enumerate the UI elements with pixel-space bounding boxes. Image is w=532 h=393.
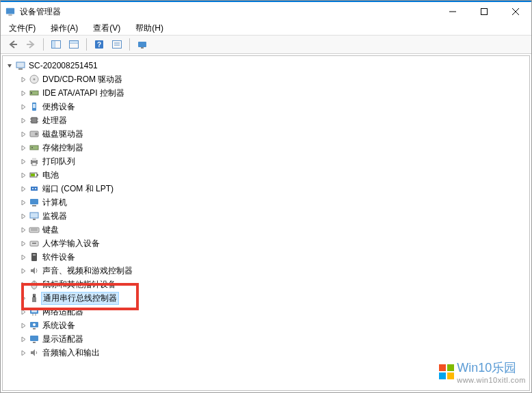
menu-bar: 文件(F) 操作(A) 查看(V) 帮助(H)	[1, 21, 531, 35]
expander-icon[interactable]	[19, 75, 27, 83]
scan-hardware-button[interactable]	[134, 36, 150, 53]
expander-icon[interactable]	[19, 171, 27, 179]
expander-icon[interactable]	[19, 321, 27, 329]
svg-rect-50	[33, 219, 36, 220]
menu-action[interactable]: 操作(A)	[48, 21, 81, 36]
forward-button[interactable]	[23, 36, 39, 53]
svg-rect-56	[31, 253, 37, 261]
computer-icon	[29, 197, 40, 208]
expander-icon[interactable]	[19, 294, 27, 302]
svg-rect-47	[30, 199, 38, 204]
expander-icon[interactable]	[19, 116, 27, 124]
expander-icon[interactable]	[19, 89, 27, 97]
tree-item-label: 软件设备	[42, 252, 75, 263]
svg-rect-57	[33, 254, 36, 256]
sound-icon	[29, 265, 40, 276]
expander-icon[interactable]	[19, 349, 27, 357]
svg-point-37	[31, 147, 33, 148]
svg-rect-16	[113, 41, 122, 49]
tree-item[interactable]: 网络适配器	[3, 305, 529, 319]
keyboard-icon	[29, 224, 40, 235]
svg-rect-48	[32, 205, 36, 206]
tree-item[interactable]: 系统设备	[3, 319, 529, 332]
expander-icon[interactable]	[19, 308, 27, 316]
tree-item[interactable]: 音频输入和输出	[3, 346, 529, 360]
expander-icon[interactable]	[19, 335, 27, 343]
toolbar-separator	[43, 38, 44, 51]
expander-icon[interactable]	[19, 280, 27, 288]
expander-icon[interactable]	[5, 62, 14, 70]
svg-rect-19	[138, 42, 146, 47]
mouse-icon	[29, 279, 40, 290]
menu-view[interactable]: 查看(V)	[90, 21, 123, 36]
tree-root[interactable]: SC-202008251451	[3, 59, 529, 72]
show-hide-tree-button[interactable]	[48, 36, 64, 53]
tree-item[interactable]: 键盘	[3, 223, 529, 236]
expander-icon[interactable]	[19, 253, 27, 261]
svg-rect-21	[16, 62, 25, 68]
tree-item-label: 系统设备	[42, 320, 75, 331]
help-button[interactable]: ?	[91, 36, 107, 53]
tree-item-label: 处理器	[42, 115, 67, 126]
back-button[interactable]	[5, 36, 21, 53]
menu-help[interactable]: 帮助(H)	[133, 21, 166, 36]
maximize-button[interactable]	[468, 2, 500, 21]
tree-item[interactable]: DVD/CD-ROM 驱动器	[3, 72, 529, 86]
window-title: 设备管理器	[20, 6, 437, 18]
expander-icon[interactable]	[19, 185, 27, 193]
tree-item[interactable]: 计算机	[3, 195, 529, 209]
device-tree[interactable]: SC-202008251451 DVD/CD-ROM 驱动器IDE ATA/AT…	[2, 55, 530, 391]
tree-item[interactable]: 监视器	[3, 209, 529, 223]
properties-button[interactable]	[66, 36, 82, 53]
close-button[interactable]	[500, 2, 531, 21]
expander-icon[interactable]	[19, 144, 27, 152]
svg-rect-55	[32, 243, 36, 244]
svg-rect-62	[34, 295, 35, 295]
tree-item-label: 键盘	[42, 224, 59, 236]
svg-rect-22	[18, 68, 23, 70]
expander-icon[interactable]	[19, 157, 27, 165]
expander-icon[interactable]	[19, 103, 27, 111]
tree-item[interactable]: 便携设备	[3, 100, 529, 113]
expander-icon[interactable]	[19, 198, 27, 206]
expander-icon[interactable]	[19, 130, 27, 138]
tree-item[interactable]: 磁盘驱动器	[3, 127, 529, 141]
tree-item[interactable]: 处理器	[3, 113, 529, 127]
expander-icon[interactable]	[19, 239, 27, 247]
tree-item[interactable]: 人体学输入设备	[3, 236, 529, 250]
tree-item[interactable]: 软件设备	[3, 250, 529, 264]
disc-icon	[29, 74, 40, 85]
software-icon	[29, 252, 40, 262]
tree-item[interactable]: 存储控制器	[3, 141, 529, 154]
svg-rect-61	[32, 297, 36, 302]
expander-icon[interactable]	[19, 212, 27, 220]
svg-rect-0	[6, 8, 14, 14]
watermark: Win10乐园 www.win10xitl.com	[439, 360, 526, 384]
svg-rect-60	[33, 294, 36, 297]
svg-rect-3	[481, 9, 488, 15]
tree-item[interactable]: IDE ATA/ATAPI 控制器	[3, 86, 529, 100]
svg-rect-42	[37, 174, 38, 176]
svg-rect-68	[33, 328, 36, 329]
svg-rect-43	[31, 174, 35, 176]
tree-item[interactable]: 显示适配器	[3, 332, 529, 346]
svg-rect-13	[70, 41, 78, 43]
hid-icon	[29, 238, 40, 249]
watermark-url: www.win10xitl.com	[457, 376, 526, 384]
action-button[interactable]	[109, 36, 125, 53]
menu-file[interactable]: 文件(F)	[6, 21, 38, 36]
tree-item[interactable]: 打印队列	[3, 154, 529, 168]
svg-rect-26	[31, 92, 32, 94]
storage-icon	[29, 142, 40, 153]
tree-item[interactable]: 端口 (COM 和 LPT)	[3, 182, 529, 195]
expander-icon[interactable]	[19, 267, 27, 275]
tree-item[interactable]: 通用串行总线控制器	[3, 291, 529, 305]
expander-icon[interactable]	[19, 226, 27, 234]
tree-item-label: 声音、视频和游戏控制器	[42, 265, 133, 277]
svg-rect-1	[8, 14, 12, 15]
minimize-button[interactable]	[437, 2, 468, 21]
svg-rect-20	[141, 47, 144, 49]
tree-item[interactable]: 声音、视频和游戏控制器	[3, 264, 529, 277]
tree-item[interactable]: 电池	[3, 168, 529, 182]
tree-item[interactable]: 鼠标和其他指针设备	[3, 277, 529, 291]
